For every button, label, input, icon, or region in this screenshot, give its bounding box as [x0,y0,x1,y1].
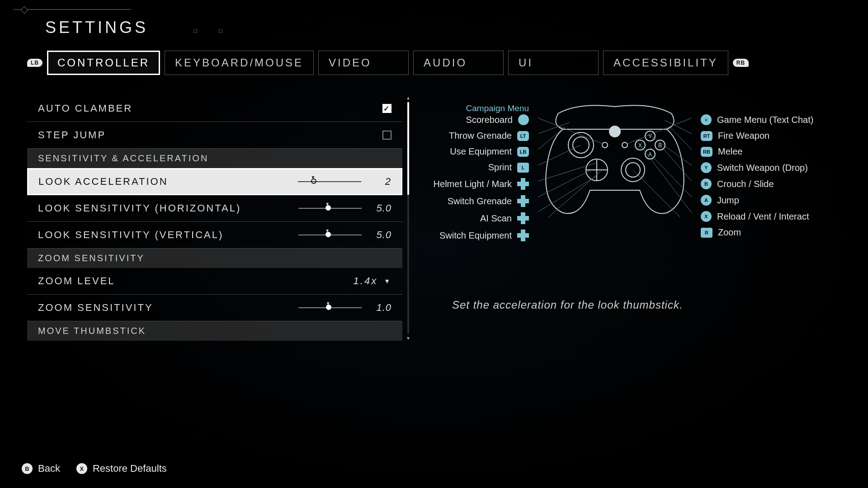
slider-track[interactable]: ▼ [298,307,362,308]
lt-button-icon: LT [517,131,529,141]
menu-button-icon: ≡ [701,114,712,125]
ctl-label-ai-scan: AI Scan [480,212,529,224]
svg-line-31 [650,154,692,197]
slider-value: 2 [370,176,391,188]
setting-label: AUTO CLAMBER [38,103,132,114]
tab-accessibility[interactable]: ACCESSIBILITY [603,51,728,75]
section-sensitivity-acceleration: SENSITIVITY & ACCELERATION [27,149,402,168]
svg-line-28 [669,126,692,150]
tabs-row: LB CONTROLLER KEYBOARD/MOUSE VIDEO AUDIO… [27,51,841,75]
slider-group: ▼ 5.0 [298,229,392,241]
slider-value: 5.0 [371,229,392,241]
b-button-icon: B [701,178,712,189]
slider-track[interactable]: ▼ [298,235,362,235]
ctl-label-crouch-slide: BCrouch / Slide [701,178,774,189]
view-button-icon [518,114,529,125]
ctl-label-melee: RBMelee [701,146,742,157]
controller-labels-left: Campaign Menu Scoreboard Throw GrenadeLT… [425,100,529,276]
dpad-icon [517,178,529,190]
tab-audio[interactable]: AUDIO [413,51,504,75]
l-stick-icon: L [517,163,529,173]
setting-label: LOOK SENSITIVITY (HORIZONTAL) [38,202,241,214]
footer-label: Back [38,463,60,474]
settings-page: SETTINGS LB CONTROLLER KEYBOARD/MOUSE VI… [0,0,868,488]
svg-point-16 [602,142,608,148]
ctl-label-helmet-light: Helmet Light / Mark [434,178,529,190]
slider-group: ▼ 2 [298,176,391,188]
ctl-label-reload: XReload / Vent / Interact [701,211,809,222]
lb-button-icon: LB [517,147,529,157]
ctl-label-throw-grenade: Throw GrenadeLT [449,131,529,141]
y-button-icon: Y [701,162,712,173]
svg-line-18 [538,118,604,144]
back-button[interactable]: B Back [22,463,60,474]
tab-keyboard-mouse[interactable]: KEYBOARD/MOUSE [165,51,314,75]
controller-diagram-panel: Campaign Menu Scoreboard Throw GrenadeLT… [425,95,841,341]
footer-buttons: B Back X Restore Defaults [22,463,167,474]
ctl-label-scoreboard: Scoreboard [466,114,529,125]
slider-value: 5.0 [371,202,392,214]
setting-look-sensitivity-horizontal[interactable]: LOOK SENSITIVITY (HORIZONTAL) ▼ 5.0 [27,195,402,222]
setting-description: Set the acceleration for the look thumbs… [425,299,841,311]
controller-icon: Y B A X [538,100,692,217]
rb-button-icon: RB [701,147,712,157]
tab-ui[interactable]: UI [508,51,599,75]
checkbox-icon[interactable] [382,104,392,113]
x-button-icon: X [76,463,87,474]
setting-label: STEP JUMP [38,129,106,141]
slider-track[interactable]: ▼ [298,181,361,182]
controller-area: Campaign Menu Scoreboard Throw GrenadeLT… [425,100,841,276]
setting-look-sensitivity-vertical[interactable]: LOOK SENSITIVITY (VERTICAL) ▼ 5.0 [27,222,402,249]
r-stick-icon: R [701,228,712,238]
ctl-label-switch-equipment: Switch Equipment [439,230,529,241]
b-button-icon: B [22,463,33,474]
slider-track[interactable]: ▼ [298,208,362,209]
slider-group: ▼ 5.0 [298,202,392,214]
svg-point-15 [609,126,620,137]
ctl-label-game-menu: ≡Game Menu (Text Chat) [701,114,813,125]
ctl-label-campaign-menu: Campaign Menu [466,103,529,113]
setting-label: LOOK ACCELERATION [38,176,168,188]
setting-auto-clamber[interactable]: AUTO CLAMBER [27,95,402,122]
ctl-label-sprint: SprintL [488,162,529,173]
setting-look-acceleration[interactable]: LOOK ACCELERATION ▼ 2 [27,168,402,195]
a-button-icon: A [701,195,712,206]
page-title: SETTINGS [45,18,841,37]
section-zoom-sensitivity: ZOOM SENSITIVITY [27,249,402,268]
setting-label: ZOOM SENSITIVITY [38,302,153,314]
tab-video[interactable]: VIDEO [318,51,409,75]
setting-zoom-level[interactable]: ZOOM LEVEL 1.4x [27,268,402,295]
ctl-label-jump: AJump [701,195,739,206]
content-area: AUTO CLAMBER STEP JUMP SENSITIVITY & ACC… [27,95,841,341]
setting-label: LOOK SENSITIVITY (VERTICAL) [38,229,223,241]
ctl-label-fire-weapon: RTFire Weapon [701,131,769,141]
controller-labels-right: ≡Game Menu (Text Chat) RTFire Weapon RBM… [701,100,818,276]
section-move-thumbstick: MOVE THUMBSTICK [27,321,402,341]
svg-point-17 [622,142,627,148]
ctl-label-switch-grenade: Switch Grenade [448,195,529,207]
settings-list: AUTO CLAMBER STEP JUMP SENSITIVITY & ACC… [27,95,402,341]
setting-step-jump[interactable]: STEP JUMP [27,122,402,149]
decorative-topline [14,9,131,10]
slider-group: ▼ 1.0 [298,302,392,314]
restore-defaults-button[interactable]: X Restore Defaults [76,463,167,474]
dropdown-value[interactable]: 1.4x [354,275,392,287]
checkbox-icon[interactable] [382,131,392,140]
rt-button-icon: RT [701,131,712,141]
svg-line-30 [660,145,692,181]
setting-zoom-sensitivity[interactable]: ZOOM SENSITIVITY ▼ 1.0 [27,295,402,321]
ctl-label-zoom: RZoom [701,227,741,238]
x-button-icon: X [701,211,712,222]
dpad-icon [517,212,529,224]
svg-line-29 [651,136,692,165]
footer-label: Restore Defaults [93,463,167,474]
svg-line-21 [538,145,581,165]
tab-controller[interactable]: CONTROLLER [47,51,160,75]
scrollbar[interactable] [407,95,410,341]
svg-line-24 [538,176,597,212]
ctl-label-switch-weapon: YSwitch Weapon (Drop) [701,162,808,173]
svg-text:X: X [638,142,642,149]
rb-bumper-icon: RB [733,59,749,67]
lb-bumper-icon: LB [27,59,42,67]
slider-value: 1.0 [371,302,392,314]
